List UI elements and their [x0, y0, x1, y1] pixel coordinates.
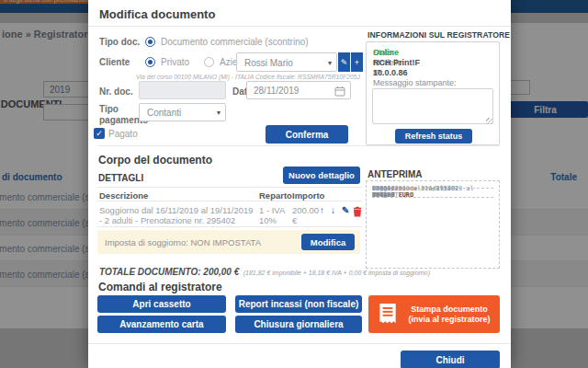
resize-grip-icon[interactable] [486, 118, 492, 124]
totale-line: TOTALE DOCUMENTO: 200,00 € (181,82 € imp… [99, 262, 362, 279]
cliente-select[interactable]: Rossi Mario ▾ [236, 52, 337, 72]
date-value: 28/11/2019 [254, 86, 299, 96]
chevron-down-icon: ▾ [217, 109, 220, 117]
imposta-soggiorno-banner: Imposta di soggiorno: NON IMPOSTATA Modi… [97, 230, 360, 254]
date-input[interactable]: 28/11/2019 [246, 81, 351, 99]
nr-doc-label: Nr. doc. [99, 86, 133, 97]
tipo-doc-option-label: Documento commerciale (scontrino) [161, 37, 309, 47]
refresh-status-button[interactable]: Refresh status [395, 129, 472, 144]
pagato-label: Pagato [108, 129, 138, 139]
comandi-section-title: Comandi al registratore [98, 281, 222, 293]
plus-icon: + [355, 58, 359, 67]
tipo-pagamento-label: Tipo pagamento [99, 104, 140, 126]
ip-value: 10.0.0.86 [373, 68, 408, 77]
receipt-preview: EURO Soggiorno dal 16/11/2019 al200,00 1… [366, 180, 500, 269]
conferma-button[interactable]: Conferma [266, 125, 348, 144]
apri-cassetto-button[interactable]: Apri cassetto [97, 295, 226, 313]
stampa-line2: (invia al registratore) [401, 315, 497, 325]
footer-divider [88, 343, 511, 344]
messaggio-label: Messaggio stampante: [373, 78, 457, 87]
edit-detail-icon[interactable]: ✎ [342, 205, 349, 215]
table-border [97, 226, 362, 227]
trash-icon[interactable] [353, 206, 362, 217]
receipt-icon [377, 303, 399, 327]
registratore-panel-title: INFORMAZIONI SUL REGISTRATORE [368, 30, 510, 40]
detail-descrizione: Soggiorno dal 16/11/2019 al 19/11/2019 -… [99, 205, 254, 225]
tipo-doc-radio[interactable] [145, 37, 155, 47]
pencil-icon: ✎ [341, 58, 348, 67]
stampa-label: Stampa documento (invia al registratore) [401, 305, 497, 325]
modello-value: RCH Print!F [373, 58, 420, 67]
registratore-panel: Stato: Online Modello: RCH Print!F IP: 1… [366, 41, 500, 145]
totale-documento: TOTALE DOCUMENTO: 200,00 € [99, 267, 239, 277]
modifica-documento-modal: Modifica documento Tipo doc. Documento c… [88, 0, 511, 368]
move-down-icon[interactable]: ↓ [331, 205, 335, 215]
divider [88, 26, 511, 27]
chiudi-button[interactable]: Chiudi [401, 351, 500, 368]
tipo-doc-label: Tipo doc. [99, 37, 140, 47]
azienda-radio[interactable] [204, 57, 214, 67]
stampa-line1: Stampa documento [401, 305, 497, 315]
cliente-select-value: Rossi Mario [244, 57, 293, 67]
messaggio-textarea[interactable] [372, 88, 493, 124]
avanzamento-carta-button[interactable]: Avanzamento carta [97, 316, 226, 333]
modal-title: Modifica documento [99, 7, 215, 21]
col-reparto: Reparto [259, 190, 292, 201]
report-incassi-button[interactable]: Report incassi (non fiscale) [235, 295, 362, 313]
nr-doc-input [139, 81, 226, 99]
corpo-section-title: Corpo del documento [98, 154, 212, 167]
stampa-documento-button[interactable]: Stampa documento (invia al registratore) [368, 295, 500, 333]
chevron-down-icon: ▾ [328, 58, 332, 66]
privato-label: Privato [161, 57, 189, 67]
calendar-icon[interactable] [334, 86, 345, 97]
divider [97, 145, 500, 146]
table-border [97, 201, 362, 201]
detail-importo: 200.00 € [292, 205, 323, 225]
receipt-resto-value: 0,00 [372, 191, 387, 200]
totale-detail: (181,82 € imponibile + 18,18 € IVA + 0,0… [243, 270, 430, 276]
edit-client-button[interactable]: ✎ [338, 52, 350, 72]
tipo-pagamento-select[interactable]: Contanti ▾ [139, 103, 226, 121]
add-client-button[interactable]: + [351, 52, 363, 72]
client-fiscal-info: Via del corso 00100 MILANO (MI) - ITALIA… [116, 74, 360, 80]
chiusura-giornaliera-button[interactable]: Chiusura giornaliera [235, 316, 362, 333]
screen: o degli utenti con prenotazioni (p ione … [0, 0, 588, 368]
stato-value: Online [373, 48, 399, 57]
col-importo: Importo [292, 190, 324, 201]
tipo-pagamento-value: Contanti [147, 108, 181, 118]
col-descrizione: Descrizione [99, 190, 148, 201]
anteprima-title: ANTEPRIMA [368, 169, 422, 179]
privato-radio[interactable] [145, 57, 155, 67]
dettagli-label: DETTAGLI [98, 173, 143, 183]
nuovo-dettaglio-button[interactable]: Nuovo dettaglio [283, 167, 360, 184]
cliente-label: Cliente [99, 57, 130, 67]
pagato-checkbox[interactable]: ✓ [94, 128, 105, 139]
detail-reparto: 1 - IVA 10% [259, 205, 288, 225]
table-border [97, 187, 362, 188]
imposta-text: Imposta di soggiorno: NON IMPOSTATA [105, 237, 261, 247]
move-up-icon[interactable]: ↑ [320, 205, 324, 215]
modifica-button[interactable]: Modifica [301, 234, 355, 250]
